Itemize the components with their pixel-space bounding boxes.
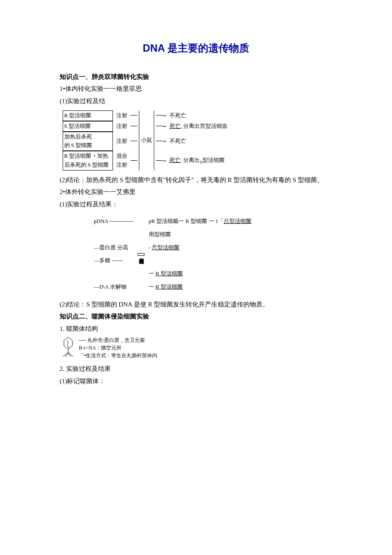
exp2-left: pDNA -------------	[92, 215, 135, 228]
arrow-icon: ──	[129, 110, 139, 121]
phage-line: B-r>NA：憐空元卅	[79, 344, 157, 352]
exp2-left: —多糖 ------	[92, 254, 135, 267]
flow-inject-label: 混合 注射	[115, 151, 129, 171]
flow-inject-label: 注射	[115, 110, 129, 121]
exp2-right: 一 R 型活细菌	[147, 268, 254, 280]
arrow-icon: ──→	[154, 121, 168, 132]
kp1-exp2-step-label: (1)实验过程及结果：	[47, 198, 345, 211]
flow-box-label: R 型活细菌 + 加热 后杀死的 S 型细菌	[63, 151, 113, 171]
flow-result: 死亡, 分离出宫型活细齿	[168, 121, 230, 132]
kp1-flow-diagram: R 型活细菌 注射 ── 小鼠 ──→ 不死亡 S 型活细菌 注射 ── ──→…	[61, 110, 346, 171]
kp1-exp2-conclusion: (2)结论：S 型细菌的 DNA 是使 R 型细菌发生转化并产生稳定遗传的物质。	[47, 298, 345, 311]
exp2-vertical-label: 分别与尺型活菌混合培养	[138, 253, 144, 256]
kp2-s2: 2. 实验过程及结果	[47, 363, 345, 375]
page-title: DNA 是主要的遗传物质	[47, 38, 345, 58]
arrow-icon: ──	[129, 132, 139, 151]
arrow-icon: ──→	[154, 110, 168, 121]
exp2-left: —D\A 水解物	[92, 281, 135, 293]
exp2-right: 用型细菌	[147, 228, 254, 241]
page-root: DNA 是主要的遗传物质 知识点一、肺炎双球菌转化实验 1•体内转化实验一一格里…	[0, 0, 392, 555]
flow-result: 不死亡	[168, 132, 230, 151]
phage-icon	[60, 336, 77, 358]
kp2-s3: (1)标记噬菌体：	[47, 375, 345, 387]
arrow-icon: ──	[129, 121, 139, 132]
flow-mouse-label: 小鼠	[139, 110, 154, 171]
flow-table: R 型活细菌 注射 ── 小鼠 ──→ 不死亡 S 型活细菌 注射 ── ──→…	[61, 110, 230, 171]
kp1-exp1-step-label: (1)实验过程及结	[47, 95, 345, 107]
kp1-heading: 知识点一、肺炎双球菌转化实验	[47, 71, 345, 83]
exp2-right: 一 R 型活细菌	[147, 281, 254, 293]
flow-inject-label: 注射	[115, 121, 129, 132]
phage-line: ── 丸外壳:蛋白质，含卫元索	[79, 336, 157, 344]
kp1-exp2-diagram: pDNA ------------- 分别与尺型活菌混合培养 pR 型活细戴一 …	[91, 214, 345, 294]
flow-box-label: S 型活细菌	[63, 121, 113, 132]
arrow-icon: ──→	[154, 132, 168, 151]
flow-result: 不死亡	[168, 110, 230, 121]
exp2-right: - 尺型活细菌	[147, 242, 254, 254]
svg-line-4	[68, 353, 71, 357]
exp2-right: pR 型活细戴一 R 型细菌 一 1「吕型活细菌	[147, 215, 254, 228]
svg-line-3	[66, 353, 68, 357]
flow-box-label: R 型活细菌	[63, 110, 113, 121]
exp2-left: —蛋白质 分高	[92, 242, 135, 254]
arrow-icon: ──→	[154, 151, 168, 171]
svg-line-2	[63, 353, 68, 357]
flow-result: 死亡. 分离出S型活细菌	[168, 151, 230, 171]
kp2-heading: 知识点二、噬菌体侵染细菌实验	[47, 310, 345, 323]
phage-line: 「•生活方式：寄生在丸肠杆苗休内	[79, 352, 157, 359]
kp1-exp1-conclusion: (2)结论：加热杀死的 S 型细菌中含有"转化因子"，将无毒的 R 型活菌转化为…	[47, 174, 345, 186]
arrow-icon: ──	[129, 151, 139, 171]
kp1-exp2-title: 2•体外转化实验一一艾弗里	[47, 186, 345, 198]
flow-row: R 型活细菌 注射 ── 小鼠 ──→ 不死亡	[61, 110, 230, 121]
flow-box-label: 加热后杀死 的 S 型细菌	[63, 132, 113, 151]
phage-labels: ── 丸外壳:蛋白质，含卫元索 B-r>NA：憐空元卅 「•生活方式：寄生在丸肠…	[79, 336, 157, 359]
kp2-s1-title: 1. 噬菌体结构	[47, 323, 345, 335]
flow-inject-label: 注射	[115, 132, 129, 151]
svg-line-5	[68, 353, 73, 357]
phage-diagram: ── 丸外壳:蛋白质，含卫元索 B-r>NA：憐空元卅 「•生活方式：寄生在丸肠…	[60, 336, 345, 359]
kp1-exp1-title: 1•体内转化实验一一格里菲思	[47, 83, 345, 95]
